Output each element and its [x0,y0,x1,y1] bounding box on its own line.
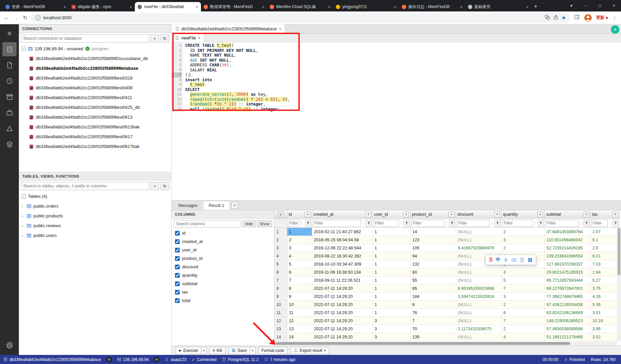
grid-cell[interactable]: 4.26 [591,293,620,301]
filter-menu-icon[interactable]: ⋮ [534,221,537,225]
grid-cell[interactable]: 7 [502,284,545,293]
sidebar-database-item[interactable]: db338ea9abb2ed4fadb2cc228002f58899test04… [19,102,171,112]
grid-cell[interactable]: 13 [287,325,312,333]
column-checkbox-item[interactable]: user_id [172,246,274,254]
statusbar-server[interactable]: 139.196.89.94 [117,357,149,362]
grid-cell[interactable]: 2022-07-11 14:29:20 [312,301,373,309]
filter-funnel-icon[interactable] [305,220,311,227]
add-connection-button[interactable]: + [150,34,159,42]
browser-menu-icon[interactable]: ⋮ [612,15,617,21]
column-dropdown-icon[interactable]: ▾ [612,212,618,217]
grid-cell[interactable]: 4 [502,333,545,341]
maximize-button[interactable]: □ [593,0,607,11]
grid-cell[interactable]: 60 [411,268,456,276]
grid-cell[interactable]: 7 [287,276,312,284]
browser-tab[interactable]: 操作日志 - MemFireDB× [399,2,465,11]
tab-close-icon[interactable]: × [460,4,463,9]
kill-button[interactable]: ×Kill [209,347,226,354]
grid-cell[interactable]: 14 [287,333,312,341]
filter-funnel-icon[interactable] [538,220,544,227]
grid-cell[interactable]: 5 [502,276,545,284]
ime-language-toggle[interactable]: 中 [496,257,500,263]
grid-cell[interactable]: 2.9 [591,244,620,252]
column-dropdown-icon[interactable]: ▾ [403,212,409,217]
refresh-tables-button[interactable]: ↻ [160,182,169,190]
grid-cell[interactable]: 55 [411,276,456,284]
grid-cell[interactable]: 3.51 [591,309,620,317]
sidebar-database-item[interactable]: db338ea9abb2ed4fadb2cc228002f58899test04… [19,83,171,93]
export-dropdown-icon[interactable]: ▾ [324,348,326,352]
tab-search-icon[interactable]: ▾ [564,0,579,11]
tab-close-icon[interactable]: × [129,4,132,9]
collapse-expander-icon[interactable]: − [22,194,26,199]
grid-cell[interactable]: 8.65395293020696 [456,284,502,293]
grid-cell[interactable]: 10 [287,301,312,309]
row-number-cell[interactable]: 7 [274,276,287,284]
column-dropdown-icon[interactable]: ▾ [583,212,589,217]
sql-editor[interactable]: 1234567891011121314 CREATE TABLE t_test(… [172,42,621,200]
grid-cell[interactable]: (NULL) [456,317,502,325]
collapse-columns-button[interactable]: « [277,211,284,217]
grid-cell[interactable]: 3 [373,317,411,325]
tables-group-row[interactable]: − Tables (4) [19,191,171,201]
grid-cell[interactable]: 1.64 [591,268,620,276]
column-header[interactable]: quantity▾ [502,210,545,219]
grid-cell[interactable]: 1 [373,301,411,309]
grid-cell[interactable]: 2 [287,236,312,244]
grid-cell[interactable]: 3 [373,333,411,341]
plugins-view-icon[interactable] [2,105,17,120]
grid-cell[interactable]: 1 [373,284,411,293]
close-icon[interactable]: × [279,26,282,31]
grid-cell[interactable]: 6 [411,301,456,309]
sidebar-table-item[interactable]: ›public.users [19,231,171,240]
column-checkbox-item[interactable]: tax [172,288,274,296]
grid-cell[interactable]: 2018-05-15 08:04:04.58 [312,236,373,244]
grid-cell[interactable]: 2022-07-11 14:29:20 [312,333,373,341]
grid-cell[interactable]: (NULL) [456,301,502,309]
grid-cell[interactable]: 7 [411,317,456,325]
column-checkbox-item[interactable]: product_id [172,254,274,263]
grid-cell[interactable]: 68.2276972647001 [545,284,591,293]
browser-tab[interactable]: ndbgate-服务 - npm× [69,2,135,11]
grid-cell[interactable]: 2019-12-06 22:22:48.544 [312,244,373,252]
ime-toolbar[interactable]: S 中 [485,255,536,265]
grid-cell[interactable]: 8 [287,284,312,293]
grid-cell[interactable]: 7.03 [591,260,620,268]
connections-view-icon[interactable] [2,42,17,56]
row-number-cell[interactable]: 3 [274,244,287,252]
grid-cell[interactable]: 132 [411,260,456,268]
sidebar-database-item[interactable]: db338ea9abb2ed4fadb2cc228002f58899test04… [19,93,171,102]
grid-cell[interactable]: 7 [502,317,545,325]
grid-cell[interactable]: (NULL) [456,333,502,341]
grid-cell[interactable]: 6.41667920884976 [456,244,502,252]
layers-view-icon[interactable] [2,137,17,151]
column-header[interactable]: discount▾ [456,210,502,219]
save-button[interactable]: Save [228,347,250,354]
browser-tab[interactable]: Memfire Cloud SQL编× [267,2,333,11]
vertical-scrollbar[interactable] [617,228,621,341]
filter-input[interactable] [545,220,579,227]
column-dropdown-icon[interactable]: ▾ [365,212,371,217]
column-header[interactable]: id▾ [287,210,312,219]
filter-input[interactable] [374,220,399,227]
row-number-cell[interactable]: 8 [274,284,287,293]
grid-cell[interactable]: 70 [411,325,456,333]
grid-cell[interactable]: 5.27 [591,276,620,284]
grid-cell[interactable]: 109.218641566554 [545,252,591,260]
tab-close-icon[interactable]: × [262,4,264,9]
settings-gear-icon[interactable] [2,338,17,352]
browser-update-button[interactable]: 更新 [596,15,608,21]
grid-cell[interactable]: 1 [373,244,411,252]
code-line[interactable]: (random() *(6 ^ 2)) :: integer, [185,102,621,107]
grid-cell[interactable]: 2022-07-11 14:29:20 [312,325,373,333]
grid-cell[interactable]: 1 [373,260,411,268]
menu-icon[interactable]: ≡ [2,26,17,40]
tables-search-input[interactable] [21,182,149,190]
grid-cell[interactable]: 3 [502,293,545,301]
filter-input[interactable] [591,220,608,227]
tab-close-icon[interactable]: × [394,4,396,9]
grid-cell[interactable]: 9 [287,293,312,301]
sidebar-database-item[interactable]: db338ea9abb2ed4fadb2cc228002f58899test03… [19,73,171,83]
grid-cell[interactable]: 97.4362126534438 [545,301,591,309]
grid-cell[interactable]: 2019-08-22 16:30:42.392 [312,252,373,260]
